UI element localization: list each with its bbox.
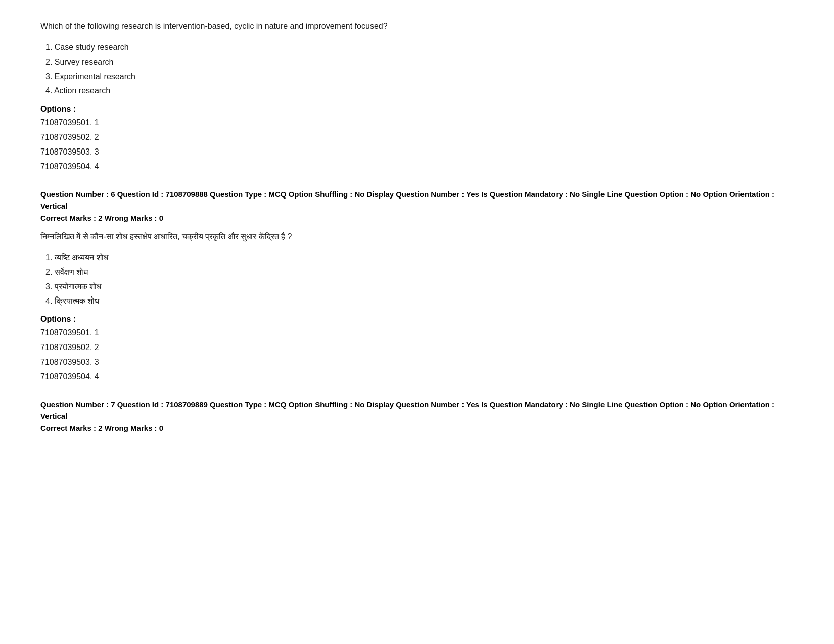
question-6-meta-line1: Question Number : 6 Question Id : 710870… (40, 189, 794, 212)
option-code-1: 71087039501. 1 (40, 116, 794, 130)
list-item: 3. प्रयोगात्मक शोध (45, 280, 794, 294)
list-item: 4. Action research (45, 84, 794, 98)
option-code-q6-4: 71087039504. 4 (40, 370, 794, 384)
option-code-3: 71087039503. 3 (40, 145, 794, 160)
question-7-marks: Correct Marks : 2 Wrong Marks : 0 (40, 424, 794, 432)
option-code-q6-1: 71087039501. 1 (40, 326, 794, 340)
option-codes-top: 71087039501. 1 71087039502. 2 7108703950… (40, 116, 794, 174)
question-6-body: निम्नलिखित में से कौन-सा शोध हस्तक्षेप आ… (40, 230, 794, 384)
list-item: 4. क्रियात्मक शोध (45, 294, 794, 309)
list-item: 1. Case study research (45, 40, 794, 55)
question-6-options-list: 1. व्यष्टि अध्ययन शोध 2. सर्वेक्षण शोध 3… (40, 251, 794, 309)
option-code-q6-2: 71087039502. 2 (40, 340, 794, 355)
list-item: 1. व्यष्टि अध्ययन शोध (45, 251, 794, 265)
question-6-marks: Correct Marks : 2 Wrong Marks : 0 (40, 214, 794, 222)
options-label-top: Options : (40, 105, 794, 114)
question-7-meta-line1: Question Number : 7 Question Id : 710870… (40, 399, 794, 422)
list-item: 2. सर्वेक्षण शोध (45, 265, 794, 280)
options-list-top: 1. Case study research 2. Survey researc… (40, 40, 794, 98)
option-code-2: 71087039502. 2 (40, 130, 794, 145)
option-codes-q6: 71087039501. 1 71087039502. 2 7108703950… (40, 326, 794, 384)
question-block-top: Which of the following research is inter… (40, 20, 794, 174)
option-code-4: 71087039504. 4 (40, 160, 794, 174)
question-7-meta: Question Number : 7 Question Id : 710870… (40, 399, 794, 432)
option-code-q6-3: 71087039503. 3 (40, 355, 794, 370)
question-6-meta: Question Number : 6 Question Id : 710870… (40, 189, 794, 222)
question-text-top: Which of the following research is inter… (40, 20, 794, 32)
question-6-hindi-text: निम्नलिखित में से कौन-सा शोध हस्तक्षेप आ… (40, 230, 794, 243)
list-item: 2. Survey research (45, 55, 794, 70)
options-label-q6: Options : (40, 315, 794, 324)
list-item: 3. Experimental research (45, 70, 794, 84)
